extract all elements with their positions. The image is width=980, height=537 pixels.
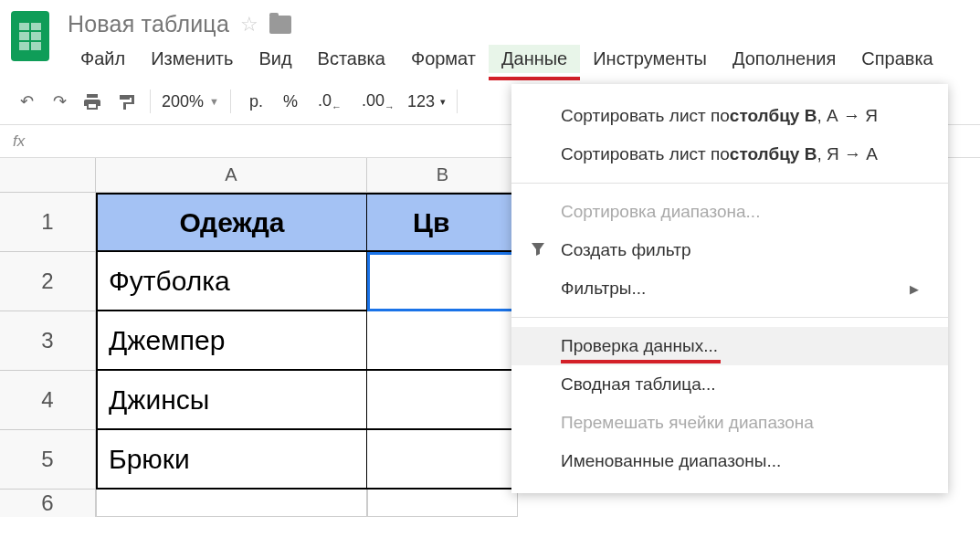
menu-filters[interactable]: Фильтры... ▶ — [511, 269, 948, 308]
menu-named-ranges[interactable]: Именованные диапазоны... — [511, 442, 948, 480]
cell-A2[interactable]: Футболка — [96, 252, 367, 311]
menu-sort-asc[interactable]: Сортировать лист по столбцу B, А → Я — [511, 97, 948, 135]
decrease-decimal[interactable]: .0← — [311, 91, 349, 112]
menu-shuffle: Перемешать ячейки диапазона — [511, 404, 948, 442]
divider — [511, 183, 948, 184]
divider — [511, 317, 948, 318]
row-header-2[interactable]: 2 — [0, 252, 96, 311]
menu-sort-range: Сортировка диапазона... — [511, 193, 948, 231]
redo-icon[interactable]: ↷ — [46, 88, 73, 115]
row-header-4[interactable]: 4 — [0, 371, 96, 430]
menu-edit[interactable]: Изменить — [138, 45, 246, 73]
title-area: Новая таблица ☆ Файл Изменить Вид Вставк… — [68, 11, 946, 73]
menu-format[interactable]: Формат — [398, 45, 489, 73]
menu-sort-desc[interactable]: Сортировать лист по столбцу B, Я → А — [511, 135, 948, 174]
zoom-value: 200% — [162, 92, 204, 111]
menu-view[interactable]: Вид — [246, 45, 304, 73]
menu-insert[interactable]: Вставка — [305, 45, 398, 73]
menu-addons[interactable]: Дополнения — [720, 45, 848, 73]
zoom-selector[interactable]: 200% ▼ — [162, 92, 219, 111]
data-menu-dropdown: Сортировать лист по столбцу B, А → Я Сор… — [511, 84, 948, 493]
menu-data-validation[interactable]: Проверка данных... — [511, 327, 948, 365]
column-header-A[interactable]: A — [96, 158, 367, 193]
cell-A4[interactable]: Джинсы — [96, 371, 367, 430]
select-all-corner[interactable] — [0, 158, 96, 193]
row-header-6[interactable]: 6 — [0, 490, 96, 517]
cell-B2[interactable] — [367, 252, 518, 311]
cell-B3[interactable] — [367, 311, 518, 371]
star-icon[interactable]: ☆ — [240, 13, 258, 37]
currency-format[interactable]: р. — [242, 92, 270, 111]
header: Новая таблица ☆ Файл Изменить Вид Вставк… — [0, 0, 980, 73]
cell-A3[interactable]: Джемпер — [96, 311, 367, 371]
menubar: Файл Изменить Вид Вставка Формат Данные … — [68, 45, 946, 73]
chevron-right-icon: ▶ — [910, 282, 919, 296]
folder-icon[interactable] — [269, 16, 291, 34]
increase-decimal[interactable]: .00→ — [354, 91, 402, 112]
print-icon[interactable] — [79, 88, 106, 115]
cell-B4[interactable] — [367, 371, 518, 430]
paint-format-icon[interactable] — [111, 88, 139, 115]
menu-file[interactable]: Файл — [68, 45, 138, 73]
cell-B1[interactable]: Цв — [367, 193, 518, 252]
cell-B5[interactable] — [367, 430, 518, 490]
percent-format[interactable]: % — [276, 92, 305, 111]
cell-A6[interactable] — [96, 490, 367, 517]
cell-A1[interactable]: Одежда — [96, 193, 367, 252]
separator — [230, 90, 231, 113]
menu-help[interactable]: Справка — [848, 45, 945, 73]
sheets-logo — [11, 11, 49, 61]
row-header-3[interactable]: 3 — [0, 311, 96, 371]
menu-data[interactable]: Данные — [489, 45, 580, 73]
undo-icon[interactable]: ↶ — [13, 88, 40, 115]
row-header-1[interactable]: 1 — [0, 193, 96, 252]
menu-pivot-table[interactable]: Сводная таблица... — [511, 365, 948, 404]
document-title[interactable]: Новая таблица — [68, 11, 229, 37]
menu-tools[interactable]: Инструменты — [580, 45, 720, 73]
column-header-B[interactable]: B — [367, 158, 518, 193]
menu-create-filter[interactable]: Создать фильтр — [511, 231, 948, 269]
fx-label: fx — [13, 132, 25, 151]
filter-icon — [530, 240, 546, 261]
row-header-5[interactable]: 5 — [0, 430, 96, 490]
separator — [150, 90, 151, 113]
number-format-menu[interactable]: 123 ▾ — [407, 92, 446, 111]
cell-A5[interactable]: Брюки — [96, 430, 367, 490]
separator — [457, 90, 458, 113]
cell-B6[interactable] — [367, 490, 518, 517]
chevron-down-icon: ▼ — [209, 96, 219, 107]
